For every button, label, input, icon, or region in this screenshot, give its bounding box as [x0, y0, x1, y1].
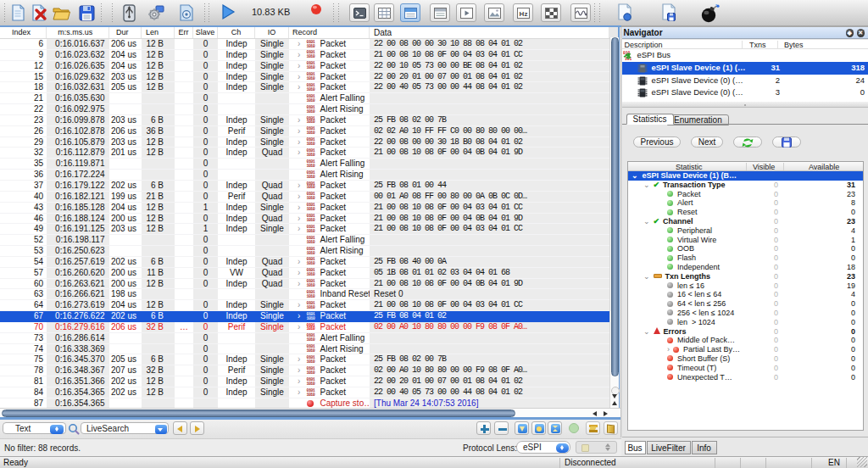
svg-text:Hz: Hz: [520, 10, 528, 18]
